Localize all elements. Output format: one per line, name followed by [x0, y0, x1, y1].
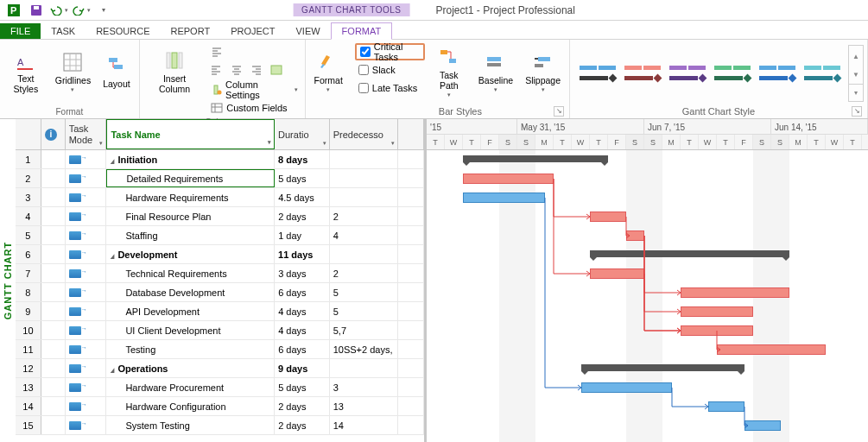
gantt-body[interactable]	[427, 150, 868, 442]
info-cell[interactable]	[41, 245, 66, 263]
task-name-cell[interactable]: Hardware Procurement	[106, 378, 275, 396]
custom-fields-button[interactable]: Custom Fields	[207, 99, 301, 117]
row-number[interactable]: 8	[16, 283, 41, 301]
predecessors-cell[interactable]: 2	[330, 264, 398, 282]
predecessors-cell[interactable]: 5	[330, 302, 398, 320]
extra-cell[interactable]	[398, 359, 424, 377]
row-number[interactable]: 3	[16, 188, 41, 206]
task-mode-cell[interactable]	[66, 416, 107, 434]
extra-cell[interactable]	[398, 283, 424, 301]
task-name-cell[interactable]: Hardware Requirements	[106, 188, 275, 206]
table-row[interactable]: 9 API Development 4 days 5	[16, 302, 424, 321]
table-row[interactable]: 1 Initiation 8 days	[16, 150, 424, 169]
extra-cell[interactable]	[398, 188, 424, 206]
duration-cell[interactable]: 2 days	[275, 397, 330, 415]
row-number[interactable]: 15	[16, 416, 41, 434]
row-number[interactable]: 5	[16, 226, 41, 244]
row-number[interactable]: 10	[16, 321, 41, 339]
table-row[interactable]: 13 Hardware Procurement 5 days 3	[16, 378, 424, 397]
row-header-blank[interactable]	[16, 119, 41, 149]
info-cell[interactable]	[41, 397, 66, 415]
style-swatch[interactable]	[667, 54, 708, 92]
task-mode-cell[interactable]	[66, 359, 107, 377]
gantt-chart[interactable]: '15May 31, '15Jun 7, '15Jun 14, '15 TWTF…	[427, 119, 868, 442]
task-mode-cell[interactable]	[66, 150, 107, 168]
task-mode-cell[interactable]	[66, 169, 107, 187]
duration-cell[interactable]: 2 days	[275, 207, 330, 225]
info-cell[interactable]	[41, 150, 66, 168]
style-swatch[interactable]	[712, 54, 753, 92]
col-header-task-name[interactable]: Task Name	[106, 119, 275, 149]
info-cell[interactable]	[41, 416, 66, 434]
extra-cell[interactable]	[398, 378, 424, 396]
row-number[interactable]: 2	[16, 169, 41, 187]
extra-cell[interactable]	[398, 302, 424, 320]
col-header-predecessors[interactable]: Predecesso	[330, 119, 398, 149]
tab-resource[interactable]: RESOURCE	[86, 23, 160, 39]
align-right-button[interactable]	[247, 61, 266, 79]
predecessors-cell[interactable]: 4	[330, 226, 398, 244]
late-tasks-checkbox[interactable]: Late Tasks	[355, 79, 425, 97]
info-cell[interactable]	[41, 264, 66, 282]
table-row[interactable]: 14 Hardware Configuration 2 days 13	[16, 397, 424, 416]
dialog-launcher-icon[interactable]: ↘	[554, 106, 564, 117]
duration-cell[interactable]: 4.5 days	[275, 188, 330, 206]
col-header-info[interactable]: i	[41, 119, 66, 149]
row-number[interactable]: 9	[16, 302, 41, 320]
predecessors-cell[interactable]: 5	[330, 283, 398, 301]
row-number[interactable]: 12	[16, 359, 41, 377]
gallery-more-icon[interactable]: ▾	[849, 84, 863, 101]
text-styles-button[interactable]: A Text Styles	[3, 41, 48, 102]
task-name-cell[interactable]: Development	[106, 245, 275, 263]
tab-project[interactable]: PROJECT	[220, 23, 285, 39]
summary-bar[interactable]	[463, 155, 608, 162]
summary-bar[interactable]	[590, 250, 789, 257]
task-name-cell[interactable]: Hardware Configuration	[106, 397, 275, 415]
align-center-button[interactable]	[227, 61, 246, 79]
style-swatch[interactable]	[801, 54, 843, 92]
insert-column-button[interactable]: Insert Column	[143, 41, 206, 102]
duration-cell[interactable]: 5 days	[275, 169, 330, 187]
slippage-button[interactable]: Slippage▾	[520, 41, 566, 102]
table-row[interactable]: 11 Testing 6 days 10SS+2 days,	[16, 340, 424, 359]
predecessors-cell[interactable]	[330, 150, 398, 168]
task-name-cell[interactable]: Final Resource Plan	[106, 207, 275, 225]
predecessors-cell[interactable]	[330, 169, 398, 187]
info-cell[interactable]	[41, 302, 66, 320]
table-row[interactable]: 10 UI Client Development 4 days 5,7	[16, 321, 424, 340]
extra-cell[interactable]	[398, 397, 424, 415]
duration-cell[interactable]: 6 days	[275, 283, 330, 301]
row-number[interactable]: 11	[16, 340, 41, 358]
col-header-duration[interactable]: Duratio	[275, 119, 330, 149]
extra-cell[interactable]	[398, 321, 424, 339]
predecessors-cell[interactable]: 13	[330, 397, 398, 415]
duration-cell[interactable]: 9 days	[275, 359, 330, 377]
extra-cell[interactable]	[398, 416, 424, 434]
task-name-cell[interactable]: Operations	[106, 359, 275, 377]
undo-button[interactable]: ▾	[48, 1, 69, 20]
gallery-down-icon[interactable]: ▼	[849, 66, 863, 83]
duration-cell[interactable]: 3 days	[275, 264, 330, 282]
duration-cell[interactable]: 11 days	[275, 245, 330, 263]
task-bar[interactable]	[717, 344, 826, 355]
table-row[interactable]: 12 Operations 9 days	[16, 359, 424, 378]
task-name-cell[interactable]: Database Development	[106, 283, 275, 301]
info-cell[interactable]	[41, 188, 66, 206]
predecessors-cell[interactable]	[330, 188, 398, 206]
extra-cell[interactable]	[398, 169, 424, 187]
duration-cell[interactable]: 2 days	[275, 416, 330, 434]
table-row[interactable]: 3 Hardware Requirements 4.5 days	[16, 188, 424, 207]
table-row[interactable]: 15 System Testing 2 days 14	[16, 416, 424, 435]
baseline-button[interactable]: Baseline▾	[473, 41, 518, 102]
task-mode-cell[interactable]	[66, 188, 107, 206]
task-name-cell[interactable]: Initiation	[106, 150, 275, 168]
info-cell[interactable]	[41, 283, 66, 301]
info-cell[interactable]	[41, 340, 66, 358]
task-name-cell[interactable]: Detailed Requirements	[106, 169, 275, 187]
task-mode-cell[interactable]	[66, 226, 107, 244]
tab-format[interactable]: FORMAT	[331, 22, 393, 40]
column-settings-button[interactable]: Column Settings▾	[207, 81, 301, 98]
predecessors-cell[interactable]	[330, 359, 398, 377]
task-name-cell[interactable]: Testing	[106, 340, 275, 358]
qat-customize-icon[interactable]: ▾	[93, 1, 114, 20]
